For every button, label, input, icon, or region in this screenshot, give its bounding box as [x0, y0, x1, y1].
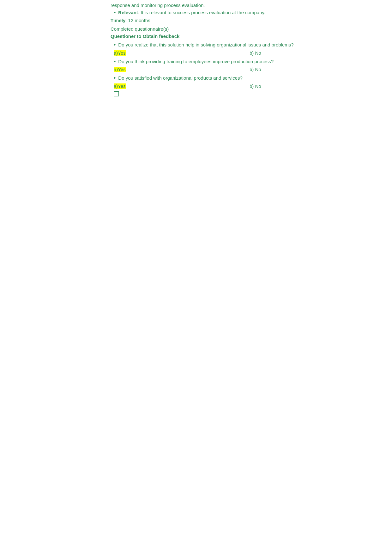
relevant-label: Relevant: [118, 10, 138, 15]
q3-yes[interactable]: a)Yes: [114, 83, 126, 89]
timely-line: Timely: 12 months: [111, 18, 385, 23]
right-panel: response and monitoring process evaluati…: [104, 0, 392, 555]
relevant-body: : It is relevant to success process eval…: [138, 10, 265, 15]
q2-no-col: b) No: [250, 67, 385, 72]
line1-text: response and monitoring process evaluati…: [111, 3, 385, 8]
q1-yes-col: a)Yes: [114, 50, 250, 56]
q3-yes-col: a)Yes: [114, 83, 250, 89]
relevant-text: Relevant: It is relevant to success proc…: [118, 9, 265, 16]
q1-no[interactable]: b) No: [250, 50, 261, 56]
q2-answers: a)Yes b) No: [111, 67, 385, 72]
q3-no[interactable]: b) No: [250, 83, 261, 89]
bullet-dot-3: •: [114, 58, 116, 65]
q1-answers: a)Yes b) No: [111, 50, 385, 56]
q2-no[interactable]: b) No: [250, 67, 261, 72]
left-panel: [0, 0, 104, 555]
question2-text: Do you think providing training to emplo…: [118, 58, 274, 65]
timely-label: Timely: [111, 18, 125, 23]
relevant-bullet: • Relevant: It is relevant to success pr…: [111, 9, 385, 16]
checkbox[interactable]: [114, 91, 119, 96]
question1-bullet: • Do you realize that this solution help…: [111, 41, 385, 49]
question1-text: Do you realize that this solution help i…: [118, 41, 293, 49]
checkbox-area: [111, 91, 385, 97]
question3-text: Do you satisfied with organizational pro…: [118, 75, 243, 82]
question3-bullet: • Do you satisfied with organizational p…: [111, 75, 385, 82]
q2-yes-col: a)Yes: [114, 67, 250, 72]
bullet-dot-4: •: [114, 75, 116, 82]
q2-yes[interactable]: a)Yes: [114, 67, 126, 72]
bullet-dot-1: •: [114, 9, 116, 16]
questioner-heading: Questioner to Obtain feedback: [111, 34, 385, 39]
page-container: response and monitoring process evaluati…: [0, 0, 392, 555]
q1-no-col: b) No: [250, 50, 385, 56]
bullet-dot-2: •: [114, 41, 116, 49]
q1-yes[interactable]: a)Yes: [114, 50, 126, 56]
timely-body: : 12 months: [125, 18, 150, 23]
question2-bullet: • Do you think providing training to emp…: [111, 58, 385, 65]
completed-label: Completed questionnaire(s): [111, 26, 385, 32]
q3-answers: a)Yes b) No: [111, 83, 385, 89]
q3-no-col: b) No: [250, 83, 385, 89]
